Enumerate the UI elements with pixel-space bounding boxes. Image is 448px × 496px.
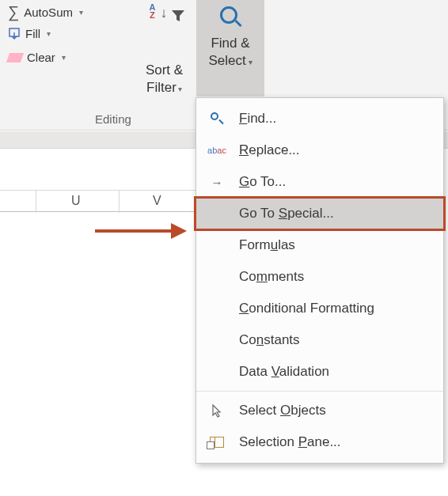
chevron-down-icon[interactable]: ▾	[178, 85, 182, 93]
menu-selection-pane[interactable]: Selection Pane...	[196, 426, 443, 458]
menu-constants-label: Constants	[239, 332, 300, 348]
menu-replace[interactable]: abac Replace...	[196, 134, 443, 166]
clear-button[interactable]: Clear ▾	[8, 51, 66, 64]
menu-conditional-formatting[interactable]: Conditional Formatting	[196, 293, 443, 324]
menu-data-validation[interactable]: Data Validation	[196, 356, 443, 388]
find-select-button[interactable]: Find & Select▾	[196, 0, 264, 97]
clear-label: Clear	[27, 51, 55, 64]
blank-icon	[206, 299, 228, 318]
menu-goto-special-label: Go To Special...	[239, 206, 334, 221]
menu-find[interactable]: Find...	[196, 103, 443, 134]
menu-find-label: Find...	[239, 111, 276, 127]
pointer-icon	[206, 401, 228, 420]
column-header-v[interactable]: V	[153, 194, 161, 208]
blank-icon	[206, 236, 228, 255]
fill-button[interactable]: Fill ▾	[8, 27, 51, 40]
sigma-icon: ∑	[8, 3, 19, 21]
menu-objects-label: Select Objects	[239, 403, 326, 418]
fill-label: Fill	[25, 27, 40, 40]
chevron-down-icon[interactable]: ▾	[79, 8, 83, 17]
sortfilter-label-1: Sort &	[139, 62, 190, 79]
replace-icon: abac	[206, 141, 228, 160]
menu-goto-label: Go To...	[239, 174, 286, 190]
blank-icon	[206, 331, 228, 350]
find-select-dropdown: Find... abac Replace... → Go To... Go To…	[196, 97, 444, 464]
menu-constants[interactable]: Constants	[196, 324, 443, 356]
selection-pane-icon	[206, 433, 228, 452]
column-headers: U V	[0, 190, 198, 212]
menu-goto-special[interactable]: Go To Special...	[196, 198, 444, 229]
menu-pane-label: Selection Pane...	[239, 434, 341, 450]
menu-formulas[interactable]: Formulas	[196, 229, 443, 261]
sort-filter-button[interactable]: AZ ↓ Sort & Filter▾	[139, 3, 190, 98]
magnifier-icon	[217, 5, 244, 32]
callout-arrow	[95, 221, 190, 240]
findselect-label-2: Select	[208, 53, 245, 68]
column-header-u[interactable]: U	[71, 194, 81, 208]
menu-select-objects[interactable]: Select Objects	[196, 395, 443, 426]
chevron-down-icon[interactable]: ▾	[62, 53, 66, 62]
chevron-down-icon[interactable]: ▾	[249, 58, 252, 66]
blank-icon	[206, 267, 228, 286]
eraser-icon	[6, 53, 24, 62]
sort-filter-icon: AZ ↓	[145, 3, 184, 30]
findselect-label-1: Find &	[196, 35, 264, 52]
arrow-right-icon: →	[206, 172, 228, 191]
menu-replace-label: Replace...	[239, 142, 300, 158]
menu-goto[interactable]: → Go To...	[196, 166, 443, 198]
menu-formulas-label: Formulas	[239, 237, 295, 253]
sortfilter-label-2: Filter	[146, 80, 177, 95]
menu-datavalid-label: Data Validation	[239, 364, 329, 380]
group-label-editing: Editing	[95, 112, 131, 126]
menu-separator	[196, 391, 443, 392]
chevron-down-icon[interactable]: ▾	[47, 29, 51, 38]
autosum-button[interactable]: ∑ AutoSum ▾	[8, 3, 83, 21]
autosum-label: AutoSum	[24, 6, 73, 19]
menu-comments[interactable]: Comments	[196, 261, 443, 293]
fill-down-icon	[8, 28, 21, 40]
menu-condfmt-label: Conditional Formatting	[239, 301, 374, 316]
blank-icon	[206, 204, 228, 223]
search-icon	[206, 109, 228, 128]
blank-icon	[206, 362, 228, 381]
menu-comments-label: Comments	[239, 269, 304, 285]
